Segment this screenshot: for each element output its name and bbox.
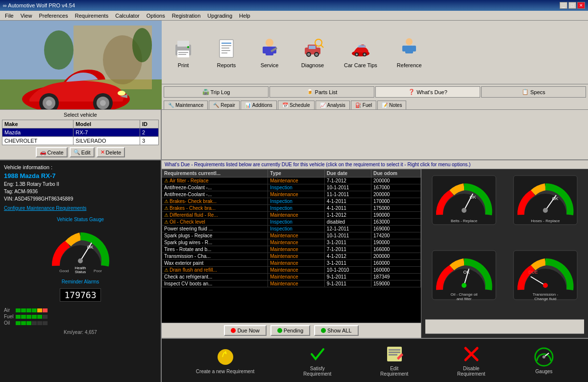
tab-repair[interactable]: 🔨 Repair	[209, 101, 239, 109]
toolbar-reports[interactable]: Reports	[215, 37, 238, 68]
tab-maintenance[interactable]: 🔧 Maintenance	[164, 101, 208, 109]
requirement-row[interactable]: Wax exterior paint Maintenance 3-1-2011 …	[162, 260, 421, 267]
requirement-row[interactable]: Inspect CV boots an... Maintenance 9-1-2…	[162, 280, 421, 287]
col-req-date: Due date	[324, 170, 371, 178]
req-date: 9-1-2011	[324, 280, 371, 287]
carcare-label: Car Care Tips	[344, 62, 377, 68]
action-disable[interactable]: DisableRequirement	[457, 344, 485, 377]
svg-point-35	[307, 53, 310, 56]
toolbar-service[interactable]: Service	[258, 37, 281, 68]
edit-vehicle-button[interactable]: 🔍 Edit	[70, 147, 95, 157]
col-header-id: ID	[140, 120, 158, 128]
requirement-row[interactable]: Transmission - Cha... Maintenance 4-1-20…	[162, 253, 421, 260]
tab-notes[interactable]: 📝 Notes	[377, 101, 406, 109]
menu-file[interactable]: File	[2, 12, 17, 20]
menu-preferences[interactable]: Preferences	[36, 12, 71, 20]
pending-dot	[277, 328, 282, 333]
svg-point-59	[462, 208, 466, 213]
req-date: 4-1-2012	[324, 253, 371, 260]
requirement-row[interactable]: Spark plug wires - R... Maintenance 3-1-…	[162, 239, 421, 246]
requirement-row[interactable]: Antifreeze-Coolant -... Maintenance 11-1…	[162, 191, 421, 198]
tab-triplog[interactable]: 🛣️ Trip Log	[164, 86, 269, 98]
req-odom: 187349	[371, 274, 421, 280]
toolbar-reference[interactable]: Reference	[397, 37, 422, 68]
vehicle-row[interactable]: Mazda RX-7 2	[2, 128, 159, 137]
req-type: Maintenance	[268, 260, 325, 267]
requirement-row[interactable]: ⚠Air filter - Replace Maintenance 7-1-20…	[162, 178, 421, 184]
whats-due-content: Requirements currentl... Type Due date D…	[162, 169, 588, 338]
requirement-row[interactable]: ⚠Brakes- Check brak... Inspection 4-1-20…	[162, 198, 421, 205]
req-type: Maintenance	[268, 267, 325, 274]
specs-label: Specs	[530, 89, 545, 95]
req-type: Maintenance	[268, 212, 325, 219]
req-date: 10-1-2011	[324, 184, 371, 191]
requirements-scroll-area[interactable]: Requirements currentl... Type Due date D…	[162, 169, 421, 323]
maintenance-icon: 🔧	[168, 102, 174, 108]
requirement-row[interactable]: ⚠Drain flush and refill... Maintenance 1…	[162, 267, 421, 274]
bottom-section: Vehicle information : 1988 Mazda RX-7 En…	[0, 160, 588, 382]
maximize-button[interactable]: □	[568, 2, 576, 9]
req-date: 4-1-2011	[324, 205, 371, 212]
requirement-row[interactable]: Spark plugs - Replace Maintenance 10-1-2…	[162, 232, 421, 239]
delete-vehicle-button[interactable]: ✕ Delete	[97, 147, 125, 157]
menu-options[interactable]: Options	[144, 12, 168, 20]
menu-registration[interactable]: Registration	[169, 12, 204, 20]
req-date: 10-1-2011	[324, 232, 371, 239]
requirement-row[interactable]: Power steering fluid ... Inspection 12-1…	[162, 226, 421, 232]
health-gauge-area: Vehicle Status Gauge OK Good	[4, 217, 157, 273]
toolbar-diagnose[interactable]: Diagnose	[301, 37, 324, 68]
minimize-button[interactable]: _	[560, 2, 567, 9]
diagnose-icon	[301, 37, 324, 60]
tab-analysis[interactable]: 📈 Analysis	[316, 101, 350, 109]
svg-point-4	[44, 30, 74, 70]
additions-icon: 📊	[245, 102, 251, 108]
tab-partslist[interactable]: 🍺 Parts List	[270, 86, 374, 98]
req-name: Check ac refrigerant...	[162, 274, 268, 280]
req-date: 3-1-2011	[324, 239, 371, 246]
vehicle-model: SILVERADO	[74, 137, 140, 145]
action-satisfy[interactable]: SatisfyRequirement	[303, 344, 331, 377]
tab-specs[interactable]: 📋 Specs	[481, 86, 586, 98]
toolbar-print[interactable]: Print	[172, 37, 195, 68]
menu-upgrading[interactable]: Upgrading	[204, 12, 235, 20]
vehicle-row[interactable]: CHEVROLET SILVERADO 3	[2, 137, 159, 145]
print-icon	[172, 37, 195, 60]
filter-due-now[interactable]: Due Now	[224, 325, 266, 336]
req-date: 10-1-2010	[324, 267, 371, 274]
requirement-row[interactable]: Check ac refrigerant... Maintenance 9-1-…	[162, 274, 421, 280]
menu-view[interactable]: View	[18, 12, 35, 20]
action-edit[interactable]: EditRequirement	[380, 344, 408, 377]
requirement-row[interactable]: Antifreeze-Coolant -... Inspection 10-1-…	[162, 184, 421, 191]
menu-calculator[interactable]: Calculator	[112, 12, 143, 20]
req-date: disabled	[324, 219, 371, 226]
requirement-row[interactable]: ⚠Differential fluid - Re... Maintenance …	[162, 212, 421, 219]
create-vehicle-button[interactable]: 🚗 Create	[36, 147, 68, 157]
configure-link[interactable]: Configure Maintenance Requirements	[4, 205, 157, 211]
tab-schedule[interactable]: 📅 Schedule	[278, 101, 315, 109]
menu-requirements[interactable]: Requirements	[72, 12, 111, 20]
gauges-icon	[534, 347, 554, 367]
action-gauges[interactable]: Gauges	[534, 347, 554, 374]
menu-help[interactable]: Help	[236, 12, 253, 20]
requirement-row[interactable]: ⚠Oil - Check level Inspection disabled 1…	[162, 219, 421, 226]
satisfy-icon	[308, 344, 327, 364]
tab-whatsdue[interactable]: ❓ What's Due?	[375, 86, 480, 98]
close-button[interactable]: ✕	[577, 2, 585, 9]
odometer-display: 179763	[60, 288, 100, 302]
svg-text:Poor: Poor	[94, 269, 102, 273]
svg-rect-84	[389, 354, 397, 356]
toolbar-carcare[interactable]: Car Care Tips	[344, 37, 377, 68]
tab-fuel[interactable]: ⛽ Fuel	[351, 101, 376, 109]
req-name: ⚠Differential fluid - Re...	[162, 212, 268, 219]
req-odom: 175000	[371, 205, 421, 212]
filter-show-all[interactable]: Show ALL	[314, 325, 359, 336]
svg-text:and filter: and filter	[457, 297, 472, 301]
requirement-row[interactable]: Tires - Rotate and b... Maintenance 7-1-…	[162, 246, 421, 253]
req-type: Inspection	[268, 226, 325, 232]
req-date: 3-1-2011	[324, 260, 371, 267]
alarm-air-bars	[16, 308, 48, 312]
tab-additions[interactable]: 📊 Additions	[241, 101, 277, 109]
filter-pending[interactable]: Pending	[270, 325, 310, 336]
requirement-row[interactable]: ⚠Brakes - Check bra... Inspection 4-1-20…	[162, 205, 421, 212]
action-create[interactable]: Create a new Requirement	[196, 347, 255, 374]
